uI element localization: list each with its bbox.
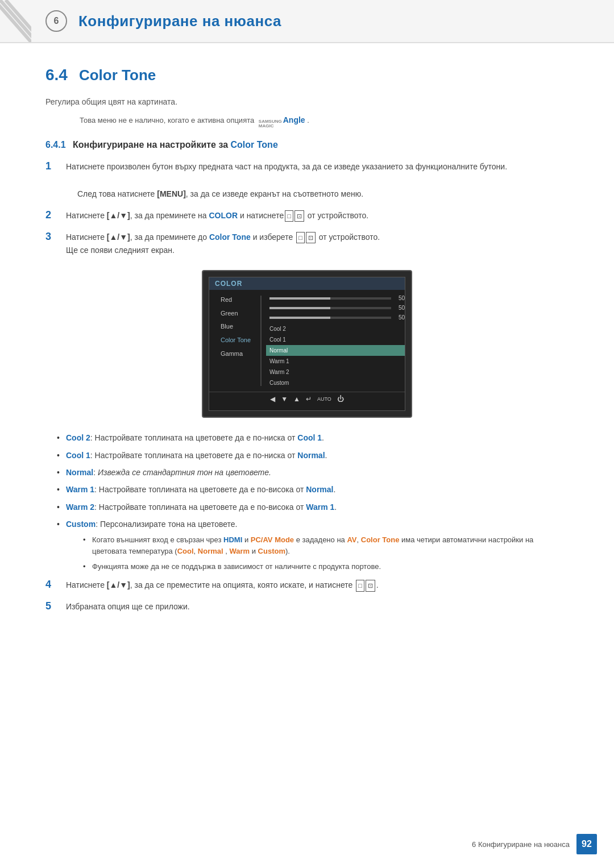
nav-up: ▲: [293, 395, 300, 403]
footer-label: 6 Конфигуриране на нюанса: [472, 840, 570, 849]
bullet-cool1: Cool 1: Настройвате топлината на цветове…: [57, 449, 569, 462]
chapter-circle: 6: [45, 10, 67, 32]
tone-options: Cool 2 Cool 1 Normal Warm 1 Warm 2 Custo…: [266, 323, 405, 388]
section-title: 6.4 Color Tone: [45, 66, 569, 84]
sub-bullet-list: Когато външният вход е свързан чрез HDMI…: [83, 534, 569, 573]
section-note: Това меню не е налично, когато е активна…: [80, 114, 569, 128]
section-name: Color Tone: [79, 67, 156, 84]
nav-enter: ↵: [306, 395, 312, 403]
bullet-warm1: Warm 1: Настройвате топлината на цветове…: [57, 483, 569, 496]
slider-green: 50: [266, 303, 405, 313]
bullet-cool2: Cool 2: Настройвате топлината на цветове…: [57, 431, 569, 444]
sub-bullet-hdmi: Когато външният вход е свързан чрез HDMI…: [83, 534, 569, 558]
step-3: 3 Натиснете [▲/▼], за да преминете до Co…: [45, 231, 569, 258]
nav-down: ▼: [281, 395, 288, 403]
tone-normal: Normal: [266, 345, 405, 356]
bullet-warm2: Warm 2: Настройвате топлината на цветове…: [57, 501, 569, 513]
nav-auto: AUTO: [317, 396, 331, 402]
page-number: 92: [576, 834, 597, 854]
step-4: 4 Натиснете [▲/▼], за да се преместите н…: [45, 579, 569, 592]
tone-cool1: Cool 1: [266, 334, 405, 345]
main-content: 6.4 Color Tone Регулира общия цвят на ка…: [0, 43, 614, 656]
tone-warm1: Warm 1: [266, 356, 405, 367]
bullet-custom: Custom: Персонализирате тона на цветовет…: [57, 518, 569, 573]
page-title: Конфигуриране на нюанса: [78, 13, 281, 30]
bullet-list: Cool 2: Настройвате топлината на цветове…: [57, 431, 569, 573]
tone-warm2: Warm 2: [266, 367, 405, 377]
menu-item-red: Red: [221, 293, 260, 307]
menu-header: COLOR: [209, 277, 405, 290]
tone-cool2: Cool 2: [266, 323, 405, 334]
bullet-normal: Normal: Извежда се стандартния тон на цв…: [57, 466, 569, 479]
menu-item-green: Green: [221, 307, 260, 321]
slider-blue: 50: [266, 313, 405, 322]
menu-item-colortone: Color Tone: [221, 334, 260, 347]
tone-custom: Custom: [266, 377, 405, 388]
menu-nav-bar: ◀ ▼ ▲ ↵ AUTO ⏻: [209, 392, 405, 406]
screen-image-container: COLOR Red Green Blue Color Tone Gamma: [45, 270, 569, 418]
menu-item-blue: Blue: [221, 320, 260, 334]
step-2: 2 Натиснете [▲/▼], за да преминете на CO…: [45, 209, 569, 223]
page-header: 6 Конфигуриране на нюанса: [0, 0, 614, 43]
slider-red: 50: [266, 293, 405, 303]
sub-bullet-support: Функцията може да не се поддържа в завис…: [83, 561, 569, 573]
menu-item-gamma: Gamma: [221, 347, 260, 361]
section-description: Регулира общия цвят на картината.: [45, 95, 569, 108]
menu-panel: COLOR Red Green Blue Color Tone Gamma: [209, 277, 405, 411]
subsection-title: 6.4.1 Конфигуриране на настройките за Co…: [45, 140, 569, 150]
nav-power: ⏻: [337, 395, 344, 403]
step-1: 1 Натиснете произволен бутон върху предн…: [45, 160, 569, 201]
page-footer: 6 Конфигуриране на нюанса 92: [0, 834, 614, 854]
monitor-screen: COLOR Red Green Blue Color Tone Gamma: [202, 270, 412, 418]
nav-left: ◀: [270, 395, 275, 403]
section-number: 6.4: [45, 66, 68, 84]
step-5: 5 Избраната опция ще се приложи.: [45, 600, 569, 614]
